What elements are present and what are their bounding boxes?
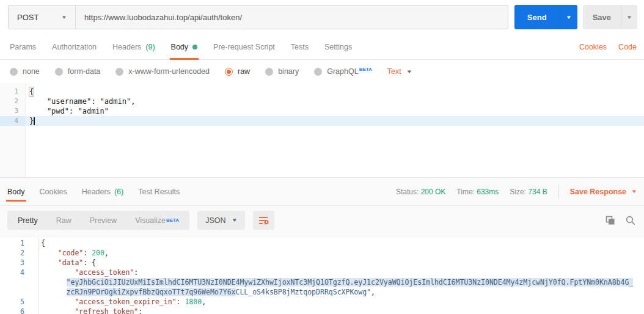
copy-icon [606,216,615,225]
radio-binary[interactable]: binary [265,67,299,76]
format-label: Text [387,67,401,76]
chevron-down-icon: ▼ [565,15,571,20]
response-tabs: Body Cookies Headers(6) Test Results Sta… [0,178,644,206]
radio-icon [314,68,322,76]
response-tab-body[interactable]: Body [7,178,25,205]
response-tab-cookies[interactable]: Cookies [40,178,67,205]
chevron-down-icon: ▼ [631,189,637,194]
tab-tests[interactable]: Tests [291,34,309,59]
radio-graphql[interactable]: GraphQLBETA [314,67,372,76]
response-line: 2 "code": 200, [0,248,644,258]
format-dropdown[interactable]: Text ▼ [387,67,412,76]
radio-icon [10,68,18,76]
request-body-code[interactable]: { "username": "admin", "pwd": "admin" } [26,83,644,177]
tab-headers[interactable]: Headers(9) [112,34,155,59]
radio-none[interactable]: none [10,67,40,76]
radio-selected-icon [225,68,233,76]
tab-body[interactable]: Body [171,34,198,59]
body-content-dot [192,45,197,49]
url-group: POST ▼ [8,5,508,29]
tab-settings[interactable]: Settings [324,34,352,59]
language-dropdown[interactable]: JSON ▼ [197,211,245,230]
chevron-down-icon: ▼ [232,217,238,223]
view-raw[interactable]: Raw [47,211,81,230]
time-badge: Time: 633ms [456,188,499,196]
response-tools [606,216,635,225]
tab-pre-request-script[interactable]: Pre-request Script [213,34,275,59]
radio-x-www-form-urlencoded[interactable]: x-www-form-urlencoded [115,67,210,76]
save-response-button[interactable]: Save Response ▼ [570,188,637,196]
response-line: 4 "access_token": [0,268,644,277]
code-link[interactable]: Code [618,43,637,51]
save-options-button[interactable]: ▼ [621,5,637,29]
request-bar: POST ▼ Send ▼ Save ▼ [0,0,644,34]
request-body-editor[interactable]: 1 2 3 4 { "username": "admin", "pwd": "a… [0,83,644,178]
response-section: Body Cookies Headers(6) Test Results Sta… [0,178,644,314]
copy-button[interactable] [606,216,615,225]
view-pretty[interactable]: Pretty [9,211,47,230]
response-line: 3 "data": { [0,258,644,268]
chevron-down-icon: ▼ [61,15,67,20]
body-type-bar: none form-data x-www-form-urlencoded raw… [0,60,644,83]
chevron-down-icon: ▼ [626,15,632,20]
search-button[interactable] [626,216,635,225]
response-tab-headers[interactable]: Headers(6) [82,178,124,205]
response-line: 6 "refresh_token": [0,307,644,314]
headers-count: (9) [145,43,155,51]
send-button-group: Send ▼ [514,5,577,29]
response-line-token-1: "eyJhbGciOiJIUzUxMiIsImlhdCI6MTU3NzI0NDE… [0,277,644,287]
method-label: POST [17,13,38,22]
tab-params[interactable]: Params [10,34,36,59]
language-label: JSON [205,216,225,225]
save-button-group: Save ▼ [583,5,637,29]
code-line-active: } [26,116,644,126]
chevron-down-icon: ▼ [406,69,412,75]
text-cursor [34,117,35,125]
view-switcher: Pretty Raw Preview VisualizeBETA [7,211,189,230]
response-headers-count: (6) [114,188,123,196]
status-badge: Status: 200 OK [396,188,445,196]
wrap-lines-button[interactable] [253,211,274,230]
response-body-viewer[interactable]: 1 { 2 "code": 200, 3 "data": { 4 "access… [0,236,644,314]
radio-raw[interactable]: raw [225,67,250,76]
send-options-button[interactable]: ▼ [560,5,577,29]
response-line-token-2: zcRJn9POrOgkiZxpvfBbzQqxoTTt7q96WeMo7Y6x… [0,287,644,297]
request-tabs: Params Authorization Headers(9) Body Pre… [0,34,644,60]
send-button[interactable]: Send [514,5,560,29]
selected-text: "eyJhbGciOiJIUzUxMiIsImlhdCI6MTU3NzI0NDE… [67,278,634,287]
radio-icon [265,68,273,76]
view-preview[interactable]: Preview [81,211,126,230]
response-line: 1 { [0,238,644,248]
divider [558,185,559,199]
line-number-gutter: 1 2 3 4 [0,83,26,177]
radio-form-data[interactable]: form-data [55,67,101,76]
size-badge: Size: 734 B [510,188,547,196]
radio-icon [55,68,63,76]
tab-authorization[interactable]: Authorization [52,34,97,59]
view-visualize[interactable]: VisualizeBETA [126,211,188,230]
save-button[interactable]: Save [583,5,621,29]
method-dropdown[interactable]: POST ▼ [9,5,76,29]
visualize-beta-badge: BETA [166,217,179,223]
cookies-link[interactable]: Cookies [579,43,607,51]
code-line: { [26,87,644,97]
response-line: 5 "access_token_expire_in": 1800, [0,297,644,307]
response-meta: Status: 200 OK Time: 633ms Size: 734 B S… [396,185,637,199]
code-line: "pwd": "admin" [26,106,644,116]
response-tab-test-results[interactable]: Test Results [138,178,180,205]
wrap-lines-icon [258,216,269,225]
radio-icon [115,68,123,76]
selected-text: zcRJn9POrOgkiZxpvfBbzQqxoTTt7q96WeMo7Y6x [67,288,236,296]
search-icon [626,216,635,225]
response-toolbar: Pretty Raw Preview VisualizeBETA JSON ▼ [0,206,644,236]
graphql-beta-badge: BETA [359,67,372,72]
matched-bracket: { [29,87,34,96]
url-input[interactable] [76,5,508,29]
code-line: "username": "admin", [26,97,644,106]
